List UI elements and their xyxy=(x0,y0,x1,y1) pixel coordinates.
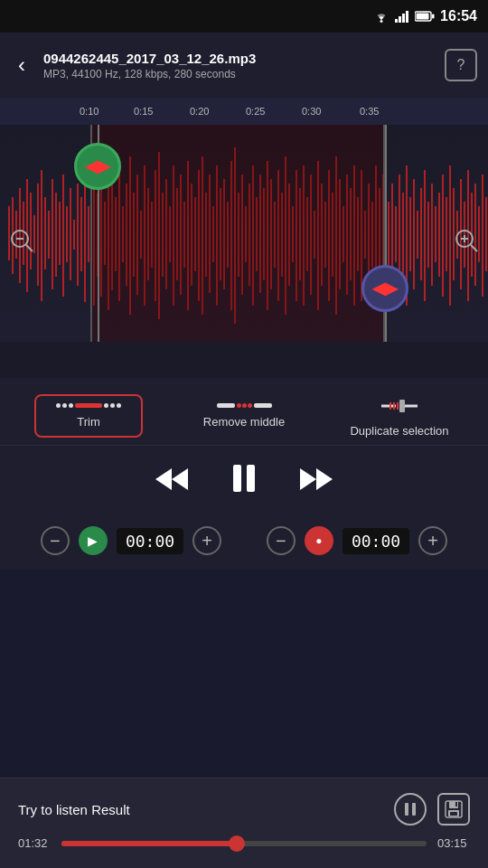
status-time: 16:54 xyxy=(440,8,477,24)
status-bar: 16:54 xyxy=(0,0,488,33)
svg-line-14 xyxy=(471,245,477,251)
timeline-label-5: 0:30 xyxy=(302,106,321,117)
selection-overlay xyxy=(90,125,385,342)
file-name: 0944262445_2017_03_12_26.mp3 xyxy=(43,51,434,66)
duplicate-selection-label: Duplicate selection xyxy=(350,424,448,438)
status-icons: 16:54 xyxy=(373,8,477,24)
svg-marker-290 xyxy=(316,468,333,490)
svg-marker-289 xyxy=(300,468,316,490)
remove-middle-icon xyxy=(217,403,272,408)
trim-icon xyxy=(56,403,121,408)
wifi-icon xyxy=(373,10,389,23)
svg-rect-283 xyxy=(399,400,405,412)
result-title: Try to listen Result xyxy=(18,802,130,817)
start-time-minus-button[interactable]: − xyxy=(41,526,70,555)
top-bar: ‹ 0944262445_2017_03_12_26.mp3 MP3, 4410… xyxy=(0,33,488,98)
battery-icon xyxy=(415,11,435,22)
duplicate-selection-icon xyxy=(380,395,419,417)
svg-rect-7 xyxy=(432,14,435,19)
end-time-display: 00:00 xyxy=(343,528,409,554)
end-time-group: − ● 00:00 + xyxy=(267,526,447,555)
waveform-canvas[interactable]: ◀▶ ◀▶ xyxy=(0,125,488,342)
svg-point-0 xyxy=(380,20,383,23)
svg-marker-285 xyxy=(155,468,172,490)
end-time-plus-button[interactable]: + xyxy=(418,526,447,555)
svg-rect-291 xyxy=(405,803,408,816)
pause-button[interactable] xyxy=(226,460,262,505)
result-pause-button[interactable] xyxy=(394,793,427,826)
svg-rect-287 xyxy=(233,465,241,492)
result-controls: 01:32 03:15 xyxy=(18,836,470,850)
waveform-container: 0:10 0:15 0:20 0:25 0:30 0:35 xyxy=(0,98,488,378)
svg-rect-292 xyxy=(412,803,416,816)
progress-bar-fill xyxy=(61,841,237,846)
timeline: 0:10 0:15 0:20 0:25 0:30 0:35 xyxy=(0,98,488,125)
zoom-out-button[interactable] xyxy=(5,224,38,257)
zoom-in-button[interactable] xyxy=(450,224,483,257)
progress-thumb[interactable] xyxy=(229,835,245,852)
svg-rect-296 xyxy=(450,812,457,816)
file-meta: MP3, 44100 Hz, 128 kbps, 280 seconds xyxy=(43,68,434,80)
left-handle-arrow: ◀▶ xyxy=(85,156,110,176)
remove-middle-button[interactable]: Remove middle xyxy=(190,403,298,429)
start-time-display: 00:00 xyxy=(117,528,183,554)
edit-buttons: Trim Remove middle xyxy=(0,378,488,446)
svg-rect-4 xyxy=(406,11,408,23)
file-info: 0944262445_2017_03_12_26.mp3 MP3, 44100 … xyxy=(43,51,434,80)
right-handle-arrow: ◀▶ xyxy=(372,278,398,298)
timeline-label-3: 0:20 xyxy=(190,106,209,117)
back-button[interactable]: ‹ xyxy=(11,45,33,85)
timeline-label-6: 0:35 xyxy=(360,106,379,117)
right-handle[interactable]: ◀▶ xyxy=(361,265,408,312)
svg-line-10 xyxy=(26,245,33,251)
svg-rect-3 xyxy=(402,14,405,23)
progress-bar[interactable] xyxy=(61,841,427,846)
timeline-label-4: 0:25 xyxy=(246,106,265,117)
start-time-plus-button[interactable]: + xyxy=(192,526,221,555)
svg-marker-286 xyxy=(172,468,188,490)
svg-rect-288 xyxy=(247,465,255,492)
result-player: Try to listen Result 01:32 xyxy=(0,778,488,868)
remove-middle-label: Remove middle xyxy=(203,415,285,429)
help-button[interactable]: ? xyxy=(445,49,477,81)
time-controls: − ▶ 00:00 + − ● 00:00 + xyxy=(0,519,488,570)
start-play-button[interactable]: ▶ xyxy=(79,526,108,555)
start-time-group: − ▶ 00:00 + xyxy=(41,526,221,555)
forward-button[interactable] xyxy=(298,465,334,500)
svg-rect-297 xyxy=(455,802,457,807)
trim-label: Trim xyxy=(77,415,100,429)
end-rec-button[interactable]: ● xyxy=(305,526,333,555)
playback-controls xyxy=(0,446,488,519)
rewind-button[interactable] xyxy=(154,465,190,500)
result-save-button[interactable] xyxy=(437,793,470,826)
svg-rect-2 xyxy=(399,16,401,23)
controls-section: Trim Remove middle xyxy=(0,378,488,570)
duplicate-selection-button[interactable]: Duplicate selection xyxy=(345,395,454,438)
timeline-label-2: 0:15 xyxy=(134,106,153,117)
result-time-start: 01:32 xyxy=(18,836,51,850)
timeline-label-1: 0:10 xyxy=(80,106,99,117)
svg-rect-1 xyxy=(395,19,398,23)
end-time-minus-button[interactable]: − xyxy=(267,526,296,555)
trim-button[interactable]: Trim xyxy=(34,394,143,438)
signal-icon xyxy=(395,10,409,23)
result-header: Try to listen Result xyxy=(18,793,470,826)
result-time-end: 03:15 xyxy=(437,836,470,850)
left-handle[interactable]: ◀▶ xyxy=(74,143,121,190)
svg-rect-6 xyxy=(417,14,429,20)
